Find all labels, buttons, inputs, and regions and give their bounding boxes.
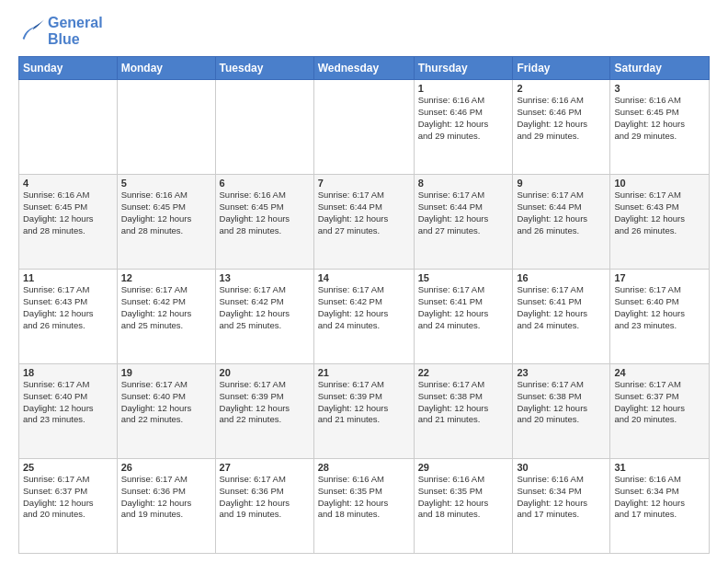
- day-number: 10: [614, 178, 705, 189]
- calendar-cell: [19, 80, 118, 175]
- header: General Blue: [18, 15, 710, 47]
- calendar-cell: 21Sunrise: 6:17 AM Sunset: 6:39 PM Dayli…: [313, 364, 414, 459]
- calendar-cell: 17Sunrise: 6:17 AM Sunset: 6:40 PM Dayli…: [610, 270, 710, 364]
- day-number: 16: [517, 272, 606, 283]
- weekday-header-tuesday: Tuesday: [215, 57, 313, 80]
- week-row-0: 1Sunrise: 6:16 AM Sunset: 6:46 PM Daylig…: [19, 80, 710, 175]
- calendar-cell: 11Sunrise: 6:17 AM Sunset: 6:43 PM Dayli…: [19, 270, 118, 364]
- calendar-cell: 30Sunrise: 6:16 AM Sunset: 6:34 PM Dayli…: [513, 459, 610, 554]
- calendar-cell: [117, 80, 215, 175]
- day-number: 15: [418, 272, 509, 283]
- week-row-1: 4Sunrise: 6:16 AM Sunset: 6:45 PM Daylig…: [19, 175, 710, 270]
- week-row-4: 25Sunrise: 6:17 AM Sunset: 6:37 PM Dayli…: [19, 459, 710, 554]
- calendar-cell: [313, 80, 414, 175]
- calendar-cell: 13Sunrise: 6:17 AM Sunset: 6:42 PM Dayli…: [215, 270, 313, 364]
- day-info: Sunrise: 6:17 AM Sunset: 6:42 PM Dayligh…: [220, 284, 310, 331]
- calendar-cell: 19Sunrise: 6:17 AM Sunset: 6:40 PM Dayli…: [117, 364, 215, 459]
- day-info: Sunrise: 6:17 AM Sunset: 6:41 PM Dayligh…: [418, 284, 509, 331]
- weekday-header-saturday: Saturday: [610, 57, 710, 80]
- day-number: 17: [614, 272, 705, 283]
- calendar-cell: 2Sunrise: 6:16 AM Sunset: 6:46 PM Daylig…: [513, 80, 610, 175]
- day-number: 21: [318, 367, 410, 378]
- weekday-header-thursday: Thursday: [414, 57, 513, 80]
- day-info: Sunrise: 6:17 AM Sunset: 6:43 PM Dayligh…: [614, 190, 705, 236]
- day-info: Sunrise: 6:16 AM Sunset: 6:34 PM Dayligh…: [614, 474, 705, 521]
- day-info: Sunrise: 6:16 AM Sunset: 6:45 PM Dayligh…: [121, 190, 211, 236]
- logo: General Blue: [18, 15, 103, 47]
- day-info: Sunrise: 6:17 AM Sunset: 6:38 PM Dayligh…: [418, 379, 509, 426]
- day-number: 2: [517, 83, 606, 94]
- logo-blue: Blue: [48, 31, 103, 48]
- calendar-cell: 7Sunrise: 6:17 AM Sunset: 6:44 PM Daylig…: [313, 175, 414, 270]
- day-info: Sunrise: 6:16 AM Sunset: 6:46 PM Dayligh…: [418, 95, 509, 142]
- day-info: Sunrise: 6:17 AM Sunset: 6:41 PM Dayligh…: [517, 284, 606, 331]
- day-info: Sunrise: 6:17 AM Sunset: 6:43 PM Dayligh…: [23, 284, 113, 331]
- day-info: Sunrise: 6:16 AM Sunset: 6:35 PM Dayligh…: [418, 474, 509, 521]
- calendar-cell: 3Sunrise: 6:16 AM Sunset: 6:45 PM Daylig…: [610, 80, 710, 175]
- calendar-cell: 10Sunrise: 6:17 AM Sunset: 6:43 PM Dayli…: [610, 175, 710, 270]
- day-info: Sunrise: 6:17 AM Sunset: 6:36 PM Dayligh…: [121, 474, 211, 521]
- calendar-cell: 8Sunrise: 6:17 AM Sunset: 6:44 PM Daylig…: [414, 175, 513, 270]
- calendar-cell: 31Sunrise: 6:16 AM Sunset: 6:34 PM Dayli…: [610, 459, 710, 554]
- day-info: Sunrise: 6:16 AM Sunset: 6:34 PM Dayligh…: [517, 474, 606, 521]
- day-number: 27: [220, 462, 310, 473]
- day-number: 12: [121, 272, 211, 283]
- page: General Blue SundayMondayTuesdayWednesda…: [0, 0, 728, 563]
- calendar-cell: 18Sunrise: 6:17 AM Sunset: 6:40 PM Dayli…: [19, 364, 118, 459]
- day-number: 22: [418, 367, 509, 378]
- calendar-cell: 9Sunrise: 6:17 AM Sunset: 6:44 PM Daylig…: [513, 175, 610, 270]
- weekday-header-sunday: Sunday: [19, 57, 118, 80]
- weekday-header-row: SundayMondayTuesdayWednesdayThursdayFrid…: [19, 57, 710, 80]
- calendar-cell: 26Sunrise: 6:17 AM Sunset: 6:36 PM Dayli…: [117, 459, 215, 554]
- week-row-2: 11Sunrise: 6:17 AM Sunset: 6:43 PM Dayli…: [19, 270, 710, 364]
- day-number: 20: [220, 367, 310, 378]
- calendar-cell: 25Sunrise: 6:17 AM Sunset: 6:37 PM Dayli…: [19, 459, 118, 554]
- day-info: Sunrise: 6:17 AM Sunset: 6:42 PM Dayligh…: [121, 284, 211, 331]
- day-number: 24: [614, 367, 705, 378]
- day-info: Sunrise: 6:17 AM Sunset: 6:40 PM Dayligh…: [23, 379, 113, 426]
- day-number: 1: [418, 83, 509, 94]
- calendar-cell: 4Sunrise: 6:16 AM Sunset: 6:45 PM Daylig…: [19, 175, 118, 270]
- day-number: 6: [220, 178, 310, 189]
- calendar-cell: 24Sunrise: 6:17 AM Sunset: 6:37 PM Dayli…: [610, 364, 710, 459]
- day-info: Sunrise: 6:17 AM Sunset: 6:37 PM Dayligh…: [614, 379, 705, 426]
- calendar-cell: 16Sunrise: 6:17 AM Sunset: 6:41 PM Dayli…: [513, 270, 610, 364]
- day-number: 26: [121, 462, 211, 473]
- day-number: 23: [517, 367, 606, 378]
- calendar-cell: 28Sunrise: 6:16 AM Sunset: 6:35 PM Dayli…: [313, 459, 414, 554]
- logo-general: General: [48, 15, 103, 30]
- day-number: 31: [614, 462, 705, 473]
- weekday-header-friday: Friday: [513, 57, 610, 80]
- day-number: 30: [517, 462, 606, 473]
- day-number: 5: [121, 178, 211, 189]
- day-number: 28: [318, 462, 410, 473]
- day-info: Sunrise: 6:16 AM Sunset: 6:45 PM Dayligh…: [614, 95, 705, 142]
- day-info: Sunrise: 6:17 AM Sunset: 6:38 PM Dayligh…: [517, 379, 606, 426]
- calendar-cell: 20Sunrise: 6:17 AM Sunset: 6:39 PM Dayli…: [215, 364, 313, 459]
- day-info: Sunrise: 6:17 AM Sunset: 6:39 PM Dayligh…: [318, 379, 410, 426]
- day-number: 11: [23, 272, 113, 283]
- calendar-cell: 15Sunrise: 6:17 AM Sunset: 6:41 PM Dayli…: [414, 270, 513, 364]
- day-info: Sunrise: 6:17 AM Sunset: 6:44 PM Dayligh…: [418, 190, 509, 236]
- weekday-header-monday: Monday: [117, 57, 215, 80]
- day-info: Sunrise: 6:17 AM Sunset: 6:37 PM Dayligh…: [23, 474, 113, 521]
- day-info: Sunrise: 6:17 AM Sunset: 6:44 PM Dayligh…: [517, 190, 606, 236]
- day-number: 18: [23, 367, 113, 378]
- day-number: 14: [318, 272, 410, 283]
- logo-text: General Blue: [48, 15, 103, 47]
- day-number: 9: [517, 178, 606, 189]
- day-number: 19: [121, 367, 211, 378]
- day-info: Sunrise: 6:16 AM Sunset: 6:45 PM Dayligh…: [220, 190, 310, 236]
- day-number: 4: [23, 178, 113, 189]
- day-info: Sunrise: 6:16 AM Sunset: 6:45 PM Dayligh…: [23, 190, 113, 236]
- day-number: 3: [614, 83, 705, 94]
- day-number: 29: [418, 462, 509, 473]
- calendar-cell: 27Sunrise: 6:17 AM Sunset: 6:36 PM Dayli…: [215, 459, 313, 554]
- day-info: Sunrise: 6:17 AM Sunset: 6:40 PM Dayligh…: [121, 379, 211, 426]
- calendar-cell: 29Sunrise: 6:16 AM Sunset: 6:35 PM Dayli…: [414, 459, 513, 554]
- day-number: 7: [318, 178, 410, 189]
- calendar-cell: 6Sunrise: 6:16 AM Sunset: 6:45 PM Daylig…: [215, 175, 313, 270]
- day-number: 8: [418, 178, 509, 189]
- day-number: 25: [23, 462, 113, 473]
- calendar-cell: 12Sunrise: 6:17 AM Sunset: 6:42 PM Dayli…: [117, 270, 215, 364]
